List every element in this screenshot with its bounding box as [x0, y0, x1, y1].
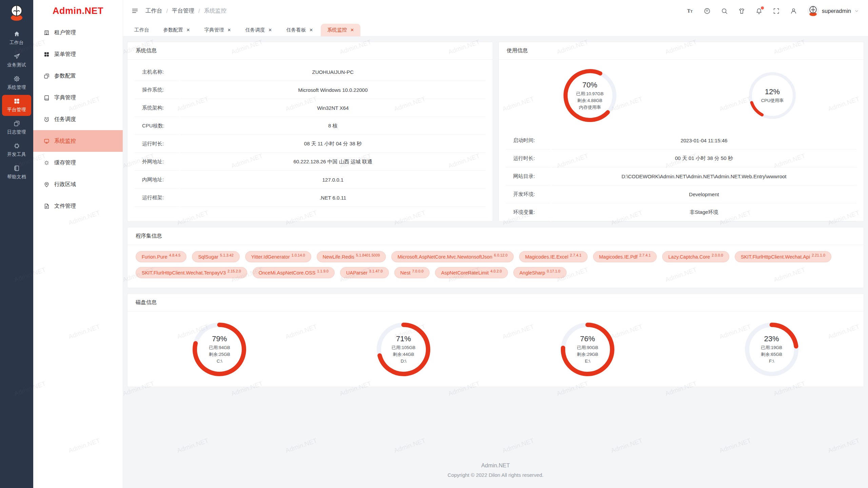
grid-icon: [13, 98, 20, 105]
sidebar-item-config[interactable]: 参数配置: [33, 65, 123, 87]
rail-item-label: 工作台: [9, 40, 24, 46]
sidebar-item-file[interactable]: 文件管理: [33, 195, 123, 217]
info-label: 操作系统:: [135, 81, 179, 99]
primary-nav: 工作台 业务测试 系统管理 平台管理 日志管理 开发工具 帮助文档: [0, 26, 33, 184]
tab-label: 参数配置: [163, 27, 183, 33]
assembly-name: Nest: [400, 270, 411, 276]
pin-icon: [43, 181, 50, 188]
assembly-name: SqlSugar: [198, 254, 218, 260]
info-value: Win32NT X64: [180, 99, 486, 117]
notification-icon[interactable]: [755, 7, 763, 15]
app-mascot-logo[interactable]: [7, 3, 26, 22]
assembly-name: Lazy.Captcha.Core: [668, 254, 710, 260]
collapse-menu-icon[interactable]: [131, 7, 139, 15]
system-info-card: 系统信息 主机名称:ZUOHUAIJUN-PC操作系统:Microsoft Wi…: [127, 42, 493, 222]
info-label: 开发环境:: [506, 185, 550, 203]
sidebar-item-menu[interactable]: 菜单管理: [33, 43, 123, 65]
gauge-disk-d: 71% 已用:105GB剩余:44GBD:\: [376, 322, 431, 377]
rail-item-business-test[interactable]: 业务测试: [2, 50, 31, 71]
info-row: 操作系统:Microsoft Windows 10.0.22000: [135, 81, 486, 99]
sidebar-item-tenant[interactable]: 租户管理: [33, 22, 123, 43]
system-info-table: 主机名称:ZUOHUAIJUN-PC操作系统:Microsoft Windows…: [133, 63, 487, 207]
assembly-tag: UAParser3.1.47.0: [340, 267, 389, 278]
tab-任务看板[interactable]: 任务看板✕: [280, 24, 319, 36]
font-size-icon[interactable]: TT: [686, 7, 693, 15]
rail-item-label: 平台管理: [7, 107, 26, 113]
tab-系统监控[interactable]: 系统监控✕: [321, 24, 360, 36]
tab-任务调度[interactable]: 任务调度✕: [239, 24, 278, 36]
sidebar-item-label: 参数配置: [54, 73, 76, 80]
top-header: 工作台/平台管理/系统监控 TT中 superadmin: [123, 0, 868, 22]
info-value: 8 核: [180, 117, 486, 135]
tab-工作台[interactable]: 工作台: [128, 24, 156, 36]
assembly-tag: Microsoft.AspNetCore.Mvc.NewtonsoftJson6…: [391, 251, 513, 262]
breadcrumb-item[interactable]: 平台管理: [172, 7, 194, 15]
gauge-text: 71% 已用:105GB剩余:44GBD:\: [376, 322, 431, 377]
gauge-line: F:\: [769, 358, 774, 364]
book-icon: [13, 165, 20, 172]
breadcrumb-item[interactable]: 工作台: [145, 7, 162, 15]
fullscreen-icon[interactable]: [773, 7, 780, 15]
monitor-icon: [43, 138, 50, 144]
assemblies-card: 程序集信息 Furion.Pure4.8.4.5SqlSugar5.1.3.42…: [127, 227, 864, 288]
tab-close-icon[interactable]: ✕: [186, 27, 190, 33]
sidebar-item-cache[interactable]: 缓存管理: [33, 152, 123, 174]
assembly-version: 2.21.1.0: [812, 253, 825, 257]
assembly-tag: SqlSugar5.1.3.42: [192, 251, 239, 262]
sidebar-item-task[interactable]: 任务调度: [33, 108, 123, 130]
gauge-cell-disk-d: 71% 已用:105GB剩余:44GBD:\: [312, 322, 496, 377]
info-row: 开发环境:Development: [506, 185, 857, 203]
user-avatar: [807, 5, 819, 17]
tab-close-icon[interactable]: ✕: [268, 27, 272, 33]
usage-gauges: 70% 已用:10.97GB剩余:4.88GB内存使用率 12% CPU使用率: [499, 60, 864, 131]
tab-close-icon[interactable]: ✕: [309, 27, 313, 33]
info-row: 运行时长:00 天 01 小时 38 分 50 秒: [506, 149, 857, 167]
tab-close-icon[interactable]: ✕: [227, 27, 231, 33]
user-menu[interactable]: superadmin: [807, 5, 859, 17]
tab-label: 任务看板: [286, 27, 306, 33]
search-icon[interactable]: [721, 7, 728, 15]
breadcrumb-item: 系统监控: [204, 7, 226, 15]
tab-close-icon[interactable]: ✕: [350, 27, 354, 33]
card-title: 磁盘信息: [127, 294, 864, 311]
assembly-name: UAParser: [346, 270, 368, 276]
rail-item-workbench[interactable]: 工作台: [2, 28, 31, 49]
gauge-cell-disk-f: 23% 已用:19GB剩余:65GBF:\: [679, 322, 864, 377]
notification-badge: [761, 6, 764, 9]
assembly-version: 2.15.2.0: [228, 269, 241, 273]
info-label: 运行时长:: [135, 135, 179, 153]
footer-copyright: Copyright © 2022 Dilon All rights reserv…: [127, 472, 864, 478]
theme-icon[interactable]: [738, 7, 745, 15]
tab-字典管理[interactable]: 字典管理✕: [198, 24, 237, 36]
tab-参数配置[interactable]: 参数配置✕: [157, 24, 197, 36]
rail-item-help-docs[interactable]: 帮助文档: [2, 162, 31, 183]
rail-item-system-mgmt[interactable]: 系统管理: [2, 73, 31, 94]
sidebar-item-dict[interactable]: 字典管理: [33, 87, 123, 108]
rail-item-platform-mgmt[interactable]: 平台管理: [2, 95, 31, 116]
gauge-percent: 76%: [580, 334, 595, 343]
sidebar-item-label: 菜单管理: [54, 51, 76, 58]
profile-icon[interactable]: [790, 7, 797, 15]
gauge-line: 剩余:29GB: [577, 351, 598, 358]
assembly-tag: Lazy.Captcha.Core2.0.0.0: [662, 251, 729, 262]
app-root: 工作台 业务测试 系统管理 平台管理 日志管理 开发工具 帮助文档 Admin.…: [0, 0, 868, 488]
gauge-memory: 70% 已用:10.97GB剩余:4.88GB内存使用率: [563, 69, 617, 122]
sidebar-item-region[interactable]: 行政区域: [33, 174, 123, 195]
info-label: 启动时间:: [506, 131, 550, 149]
info-value: ZUOHUAIJUN-PC: [180, 63, 486, 81]
assembly-name: AspNetCoreRateLimit: [441, 270, 489, 276]
alarm-icon: [43, 116, 50, 123]
username: superadmin: [822, 8, 851, 14]
gauge-line: 剩余:65GB: [761, 351, 782, 358]
info-row: 启动时间:2023-01-04 11:15:46: [506, 131, 857, 149]
gauge-line: C:\: [217, 358, 222, 364]
rail-item-dev-tools[interactable]: 开发工具: [2, 140, 31, 161]
info-row: 内网地址:127.0.0.1: [135, 171, 486, 189]
rail-item-log-mgmt[interactable]: 日志管理: [2, 117, 31, 138]
locale-icon[interactable]: 中: [704, 7, 711, 15]
gauge-disk-f: 23% 已用:19GB剩余:65GBF:\: [745, 322, 799, 377]
sidebar-item-monitor[interactable]: 系统监控: [33, 130, 123, 152]
assembly-version: 5.1.8401.5009: [356, 253, 380, 257]
sidebar-item-label: 租户管理: [54, 29, 76, 36]
info-row: 运行时长:08 天 11 小时 04 分 38 秒: [135, 135, 486, 153]
